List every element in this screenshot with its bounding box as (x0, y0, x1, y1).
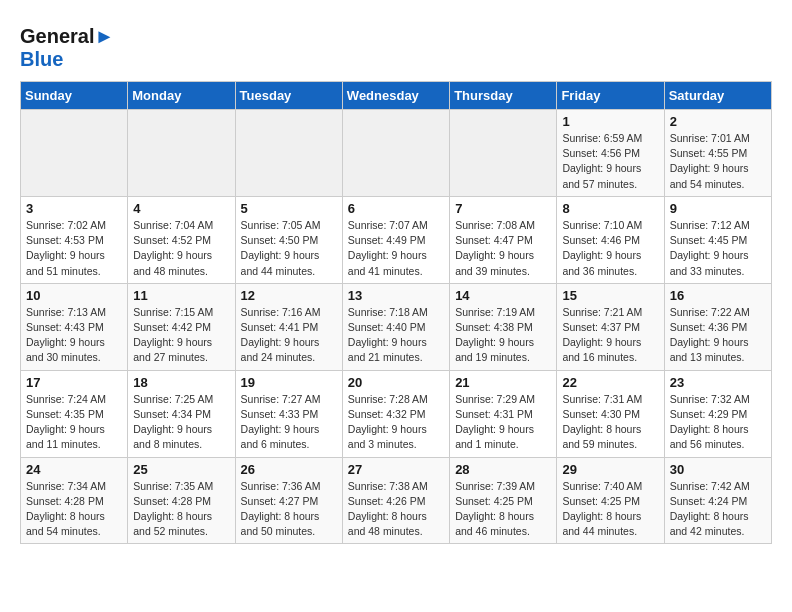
calendar-day-cell: 20Sunrise: 7:28 AM Sunset: 4:32 PM Dayli… (342, 370, 449, 457)
day-info: Sunrise: 7:36 AM Sunset: 4:27 PM Dayligh… (241, 479, 337, 540)
calendar-header-sunday: Sunday (21, 82, 128, 110)
calendar-header-row: SundayMondayTuesdayWednesdayThursdayFrid… (21, 82, 772, 110)
calendar-day-cell: 7Sunrise: 7:08 AM Sunset: 4:47 PM Daylig… (450, 196, 557, 283)
day-number: 8 (562, 201, 658, 216)
calendar-day-cell: 6Sunrise: 7:07 AM Sunset: 4:49 PM Daylig… (342, 196, 449, 283)
day-info: Sunrise: 7:15 AM Sunset: 4:42 PM Dayligh… (133, 305, 229, 366)
day-number: 4 (133, 201, 229, 216)
calendar-header-friday: Friday (557, 82, 664, 110)
day-number: 14 (455, 288, 551, 303)
calendar-day-cell: 1Sunrise: 6:59 AM Sunset: 4:56 PM Daylig… (557, 110, 664, 197)
day-number: 26 (241, 462, 337, 477)
day-number: 18 (133, 375, 229, 390)
calendar-day-cell: 28Sunrise: 7:39 AM Sunset: 4:25 PM Dayli… (450, 457, 557, 544)
day-info: Sunrise: 6:59 AM Sunset: 4:56 PM Dayligh… (562, 131, 658, 192)
calendar-day-cell: 23Sunrise: 7:32 AM Sunset: 4:29 PM Dayli… (664, 370, 771, 457)
day-info: Sunrise: 7:31 AM Sunset: 4:30 PM Dayligh… (562, 392, 658, 453)
calendar-day-cell: 18Sunrise: 7:25 AM Sunset: 4:34 PM Dayli… (128, 370, 235, 457)
day-number: 20 (348, 375, 444, 390)
calendar-day-cell: 29Sunrise: 7:40 AM Sunset: 4:25 PM Dayli… (557, 457, 664, 544)
day-number: 3 (26, 201, 122, 216)
day-info: Sunrise: 7:12 AM Sunset: 4:45 PM Dayligh… (670, 218, 766, 279)
day-info: Sunrise: 7:34 AM Sunset: 4:28 PM Dayligh… (26, 479, 122, 540)
day-number: 30 (670, 462, 766, 477)
day-number: 9 (670, 201, 766, 216)
day-info: Sunrise: 7:29 AM Sunset: 4:31 PM Dayligh… (455, 392, 551, 453)
calendar-day-cell: 2Sunrise: 7:01 AM Sunset: 4:55 PM Daylig… (664, 110, 771, 197)
day-number: 21 (455, 375, 551, 390)
logo: General► Blue (20, 25, 114, 71)
calendar-header-monday: Monday (128, 82, 235, 110)
day-number: 10 (26, 288, 122, 303)
day-number: 25 (133, 462, 229, 477)
calendar-day-cell: 14Sunrise: 7:19 AM Sunset: 4:38 PM Dayli… (450, 283, 557, 370)
calendar-day-cell: 5Sunrise: 7:05 AM Sunset: 4:50 PM Daylig… (235, 196, 342, 283)
calendar-day-cell: 26Sunrise: 7:36 AM Sunset: 4:27 PM Dayli… (235, 457, 342, 544)
day-number: 23 (670, 375, 766, 390)
calendar-day-cell: 30Sunrise: 7:42 AM Sunset: 4:24 PM Dayli… (664, 457, 771, 544)
calendar-week-row: 17Sunrise: 7:24 AM Sunset: 4:35 PM Dayli… (21, 370, 772, 457)
day-info: Sunrise: 7:24 AM Sunset: 4:35 PM Dayligh… (26, 392, 122, 453)
calendar-day-cell (21, 110, 128, 197)
day-info: Sunrise: 7:19 AM Sunset: 4:38 PM Dayligh… (455, 305, 551, 366)
calendar-day-cell: 10Sunrise: 7:13 AM Sunset: 4:43 PM Dayli… (21, 283, 128, 370)
day-info: Sunrise: 7:05 AM Sunset: 4:50 PM Dayligh… (241, 218, 337, 279)
day-number: 6 (348, 201, 444, 216)
calendar-day-cell: 4Sunrise: 7:04 AM Sunset: 4:52 PM Daylig… (128, 196, 235, 283)
day-number: 17 (26, 375, 122, 390)
header: General► Blue (20, 20, 772, 71)
page: General► Blue SundayMondayTuesdayWednesd… (0, 0, 792, 554)
day-number: 15 (562, 288, 658, 303)
calendar-day-cell: 17Sunrise: 7:24 AM Sunset: 4:35 PM Dayli… (21, 370, 128, 457)
calendar-week-row: 3Sunrise: 7:02 AM Sunset: 4:53 PM Daylig… (21, 196, 772, 283)
day-number: 29 (562, 462, 658, 477)
day-number: 22 (562, 375, 658, 390)
day-number: 1 (562, 114, 658, 129)
calendar-day-cell: 15Sunrise: 7:21 AM Sunset: 4:37 PM Dayli… (557, 283, 664, 370)
calendar-day-cell: 12Sunrise: 7:16 AM Sunset: 4:41 PM Dayli… (235, 283, 342, 370)
calendar-table: SundayMondayTuesdayWednesdayThursdayFrid… (20, 81, 772, 544)
day-info: Sunrise: 7:16 AM Sunset: 4:41 PM Dayligh… (241, 305, 337, 366)
day-info: Sunrise: 7:39 AM Sunset: 4:25 PM Dayligh… (455, 479, 551, 540)
day-info: Sunrise: 7:32 AM Sunset: 4:29 PM Dayligh… (670, 392, 766, 453)
day-info: Sunrise: 7:40 AM Sunset: 4:25 PM Dayligh… (562, 479, 658, 540)
day-number: 24 (26, 462, 122, 477)
day-number: 27 (348, 462, 444, 477)
day-info: Sunrise: 7:25 AM Sunset: 4:34 PM Dayligh… (133, 392, 229, 453)
day-info: Sunrise: 7:08 AM Sunset: 4:47 PM Dayligh… (455, 218, 551, 279)
calendar-week-row: 1Sunrise: 6:59 AM Sunset: 4:56 PM Daylig… (21, 110, 772, 197)
day-number: 11 (133, 288, 229, 303)
day-number: 2 (670, 114, 766, 129)
calendar-day-cell: 22Sunrise: 7:31 AM Sunset: 4:30 PM Dayli… (557, 370, 664, 457)
calendar-day-cell (235, 110, 342, 197)
day-info: Sunrise: 7:13 AM Sunset: 4:43 PM Dayligh… (26, 305, 122, 366)
calendar-day-cell (128, 110, 235, 197)
calendar-day-cell: 19Sunrise: 7:27 AM Sunset: 4:33 PM Dayli… (235, 370, 342, 457)
day-info: Sunrise: 7:21 AM Sunset: 4:37 PM Dayligh… (562, 305, 658, 366)
day-info: Sunrise: 7:07 AM Sunset: 4:49 PM Dayligh… (348, 218, 444, 279)
day-number: 28 (455, 462, 551, 477)
day-info: Sunrise: 7:04 AM Sunset: 4:52 PM Dayligh… (133, 218, 229, 279)
day-info: Sunrise: 7:35 AM Sunset: 4:28 PM Dayligh… (133, 479, 229, 540)
calendar-day-cell: 8Sunrise: 7:10 AM Sunset: 4:46 PM Daylig… (557, 196, 664, 283)
calendar-header-tuesday: Tuesday (235, 82, 342, 110)
day-number: 19 (241, 375, 337, 390)
day-info: Sunrise: 7:22 AM Sunset: 4:36 PM Dayligh… (670, 305, 766, 366)
day-number: 12 (241, 288, 337, 303)
calendar-day-cell: 3Sunrise: 7:02 AM Sunset: 4:53 PM Daylig… (21, 196, 128, 283)
calendar-day-cell: 27Sunrise: 7:38 AM Sunset: 4:26 PM Dayli… (342, 457, 449, 544)
calendar-header-wednesday: Wednesday (342, 82, 449, 110)
day-info: Sunrise: 7:02 AM Sunset: 4:53 PM Dayligh… (26, 218, 122, 279)
calendar-day-cell: 25Sunrise: 7:35 AM Sunset: 4:28 PM Dayli… (128, 457, 235, 544)
calendar-week-row: 24Sunrise: 7:34 AM Sunset: 4:28 PM Dayli… (21, 457, 772, 544)
day-number: 5 (241, 201, 337, 216)
calendar-day-cell: 11Sunrise: 7:15 AM Sunset: 4:42 PM Dayli… (128, 283, 235, 370)
calendar-day-cell: 9Sunrise: 7:12 AM Sunset: 4:45 PM Daylig… (664, 196, 771, 283)
day-info: Sunrise: 7:28 AM Sunset: 4:32 PM Dayligh… (348, 392, 444, 453)
day-info: Sunrise: 7:18 AM Sunset: 4:40 PM Dayligh… (348, 305, 444, 366)
day-number: 7 (455, 201, 551, 216)
day-info: Sunrise: 7:42 AM Sunset: 4:24 PM Dayligh… (670, 479, 766, 540)
logo-text: General► Blue (20, 25, 114, 71)
day-info: Sunrise: 7:38 AM Sunset: 4:26 PM Dayligh… (348, 479, 444, 540)
calendar-day-cell: 13Sunrise: 7:18 AM Sunset: 4:40 PM Dayli… (342, 283, 449, 370)
